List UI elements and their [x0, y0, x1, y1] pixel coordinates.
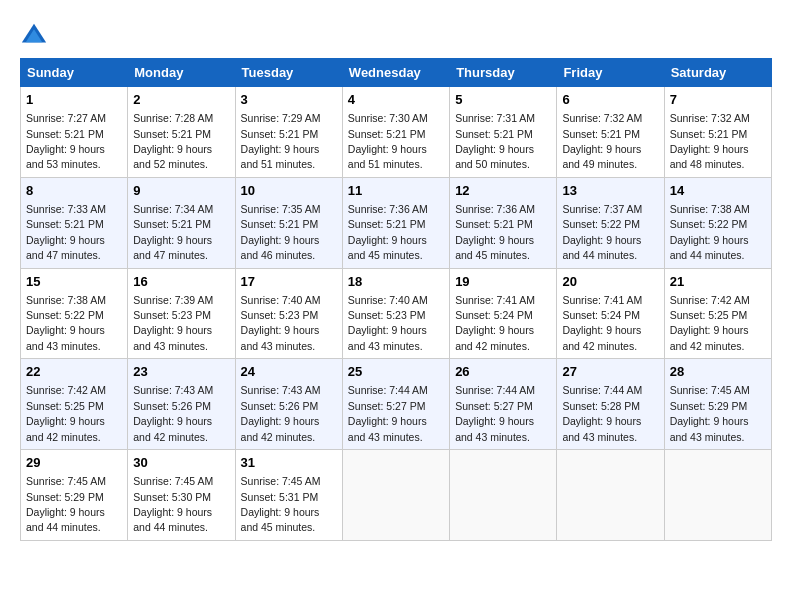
day-cell: 22 Sunrise: 7:42 AMSunset: 5:25 PMDaylig…: [21, 359, 128, 450]
day-cell: 30 Sunrise: 7:45 AMSunset: 5:30 PMDaylig…: [128, 450, 235, 541]
day-number: 14: [670, 182, 766, 200]
day-number: 10: [241, 182, 337, 200]
day-info: Sunrise: 7:34 AMSunset: 5:21 PMDaylight:…: [133, 203, 213, 261]
day-cell: 28 Sunrise: 7:45 AMSunset: 5:29 PMDaylig…: [664, 359, 771, 450]
day-cell: 18 Sunrise: 7:40 AMSunset: 5:23 PMDaylig…: [342, 268, 449, 359]
day-info: Sunrise: 7:39 AMSunset: 5:23 PMDaylight:…: [133, 294, 213, 352]
day-info: Sunrise: 7:45 AMSunset: 5:31 PMDaylight:…: [241, 475, 321, 533]
header-cell: Tuesday: [235, 59, 342, 87]
day-number: 28: [670, 363, 766, 381]
week-row: 29 Sunrise: 7:45 AMSunset: 5:29 PMDaylig…: [21, 450, 772, 541]
day-cell: 20 Sunrise: 7:41 AMSunset: 5:24 PMDaylig…: [557, 268, 664, 359]
day-number: 3: [241, 91, 337, 109]
day-cell: [450, 450, 557, 541]
day-number: 24: [241, 363, 337, 381]
day-cell: 26 Sunrise: 7:44 AMSunset: 5:27 PMDaylig…: [450, 359, 557, 450]
day-info: Sunrise: 7:41 AMSunset: 5:24 PMDaylight:…: [455, 294, 535, 352]
day-number: 26: [455, 363, 551, 381]
day-number: 17: [241, 273, 337, 291]
day-number: 8: [26, 182, 122, 200]
day-cell: 17 Sunrise: 7:40 AMSunset: 5:23 PMDaylig…: [235, 268, 342, 359]
day-cell: 3 Sunrise: 7:29 AMSunset: 5:21 PMDayligh…: [235, 87, 342, 178]
day-info: Sunrise: 7:38 AMSunset: 5:22 PMDaylight:…: [26, 294, 106, 352]
day-number: 5: [455, 91, 551, 109]
day-info: Sunrise: 7:44 AMSunset: 5:28 PMDaylight:…: [562, 384, 642, 442]
day-number: 25: [348, 363, 444, 381]
day-cell: [557, 450, 664, 541]
day-cell: 5 Sunrise: 7:31 AMSunset: 5:21 PMDayligh…: [450, 87, 557, 178]
day-info: Sunrise: 7:33 AMSunset: 5:21 PMDaylight:…: [26, 203, 106, 261]
day-cell: 25 Sunrise: 7:44 AMSunset: 5:27 PMDaylig…: [342, 359, 449, 450]
week-row: 22 Sunrise: 7:42 AMSunset: 5:25 PMDaylig…: [21, 359, 772, 450]
day-cell: 24 Sunrise: 7:43 AMSunset: 5:26 PMDaylig…: [235, 359, 342, 450]
day-cell: 4 Sunrise: 7:30 AMSunset: 5:21 PMDayligh…: [342, 87, 449, 178]
day-info: Sunrise: 7:30 AMSunset: 5:21 PMDaylight:…: [348, 112, 428, 170]
day-info: Sunrise: 7:29 AMSunset: 5:21 PMDaylight:…: [241, 112, 321, 170]
header-cell: Wednesday: [342, 59, 449, 87]
day-info: Sunrise: 7:31 AMSunset: 5:21 PMDaylight:…: [455, 112, 535, 170]
day-cell: 7 Sunrise: 7:32 AMSunset: 5:21 PMDayligh…: [664, 87, 771, 178]
day-info: Sunrise: 7:45 AMSunset: 5:29 PMDaylight:…: [26, 475, 106, 533]
day-cell: 19 Sunrise: 7:41 AMSunset: 5:24 PMDaylig…: [450, 268, 557, 359]
day-number: 27: [562, 363, 658, 381]
day-info: Sunrise: 7:32 AMSunset: 5:21 PMDaylight:…: [670, 112, 750, 170]
day-cell: 27 Sunrise: 7:44 AMSunset: 5:28 PMDaylig…: [557, 359, 664, 450]
logo: [20, 20, 52, 48]
day-number: 4: [348, 91, 444, 109]
logo-icon: [20, 20, 48, 48]
day-number: 20: [562, 273, 658, 291]
page-header: [20, 20, 772, 48]
day-cell: 6 Sunrise: 7:32 AMSunset: 5:21 PMDayligh…: [557, 87, 664, 178]
day-cell: 23 Sunrise: 7:43 AMSunset: 5:26 PMDaylig…: [128, 359, 235, 450]
day-cell: 21 Sunrise: 7:42 AMSunset: 5:25 PMDaylig…: [664, 268, 771, 359]
week-row: 8 Sunrise: 7:33 AMSunset: 5:21 PMDayligh…: [21, 177, 772, 268]
day-cell: 14 Sunrise: 7:38 AMSunset: 5:22 PMDaylig…: [664, 177, 771, 268]
day-number: 22: [26, 363, 122, 381]
day-cell: 29 Sunrise: 7:45 AMSunset: 5:29 PMDaylig…: [21, 450, 128, 541]
day-cell: 8 Sunrise: 7:33 AMSunset: 5:21 PMDayligh…: [21, 177, 128, 268]
day-number: 18: [348, 273, 444, 291]
day-info: Sunrise: 7:43 AMSunset: 5:26 PMDaylight:…: [133, 384, 213, 442]
day-number: 30: [133, 454, 229, 472]
day-number: 16: [133, 273, 229, 291]
header-cell: Saturday: [664, 59, 771, 87]
day-info: Sunrise: 7:44 AMSunset: 5:27 PMDaylight:…: [348, 384, 428, 442]
day-info: Sunrise: 7:42 AMSunset: 5:25 PMDaylight:…: [26, 384, 106, 442]
calendar-table: SundayMondayTuesdayWednesdayThursdayFrid…: [20, 58, 772, 541]
day-cell: [342, 450, 449, 541]
day-number: 31: [241, 454, 337, 472]
day-number: 13: [562, 182, 658, 200]
day-cell: 9 Sunrise: 7:34 AMSunset: 5:21 PMDayligh…: [128, 177, 235, 268]
day-info: Sunrise: 7:38 AMSunset: 5:22 PMDaylight:…: [670, 203, 750, 261]
day-number: 2: [133, 91, 229, 109]
day-cell: 15 Sunrise: 7:38 AMSunset: 5:22 PMDaylig…: [21, 268, 128, 359]
day-info: Sunrise: 7:43 AMSunset: 5:26 PMDaylight:…: [241, 384, 321, 442]
day-cell: 11 Sunrise: 7:36 AMSunset: 5:21 PMDaylig…: [342, 177, 449, 268]
day-number: 29: [26, 454, 122, 472]
day-number: 19: [455, 273, 551, 291]
header-cell: Sunday: [21, 59, 128, 87]
header-cell: Thursday: [450, 59, 557, 87]
day-info: Sunrise: 7:36 AMSunset: 5:21 PMDaylight:…: [348, 203, 428, 261]
day-cell: 1 Sunrise: 7:27 AMSunset: 5:21 PMDayligh…: [21, 87, 128, 178]
day-info: Sunrise: 7:35 AMSunset: 5:21 PMDaylight:…: [241, 203, 321, 261]
day-info: Sunrise: 7:27 AMSunset: 5:21 PMDaylight:…: [26, 112, 106, 170]
day-info: Sunrise: 7:36 AMSunset: 5:21 PMDaylight:…: [455, 203, 535, 261]
day-number: 11: [348, 182, 444, 200]
day-info: Sunrise: 7:28 AMSunset: 5:21 PMDaylight:…: [133, 112, 213, 170]
header-cell: Friday: [557, 59, 664, 87]
day-cell: 10 Sunrise: 7:35 AMSunset: 5:21 PMDaylig…: [235, 177, 342, 268]
day-cell: 2 Sunrise: 7:28 AMSunset: 5:21 PMDayligh…: [128, 87, 235, 178]
week-row: 1 Sunrise: 7:27 AMSunset: 5:21 PMDayligh…: [21, 87, 772, 178]
day-number: 7: [670, 91, 766, 109]
week-row: 15 Sunrise: 7:38 AMSunset: 5:22 PMDaylig…: [21, 268, 772, 359]
header-cell: Monday: [128, 59, 235, 87]
day-info: Sunrise: 7:37 AMSunset: 5:22 PMDaylight:…: [562, 203, 642, 261]
day-info: Sunrise: 7:44 AMSunset: 5:27 PMDaylight:…: [455, 384, 535, 442]
day-cell: 12 Sunrise: 7:36 AMSunset: 5:21 PMDaylig…: [450, 177, 557, 268]
day-number: 23: [133, 363, 229, 381]
day-number: 1: [26, 91, 122, 109]
day-number: 21: [670, 273, 766, 291]
header-row: SundayMondayTuesdayWednesdayThursdayFrid…: [21, 59, 772, 87]
day-info: Sunrise: 7:41 AMSunset: 5:24 PMDaylight:…: [562, 294, 642, 352]
